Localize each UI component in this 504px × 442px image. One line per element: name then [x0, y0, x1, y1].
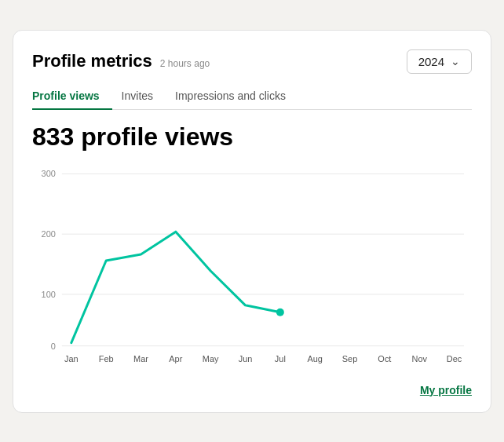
chart-line	[71, 232, 280, 342]
chart-end-dot	[276, 308, 284, 316]
year-label: 2024	[418, 55, 444, 68]
tabs-bar: Profile views Invites Impressions and cl…	[32, 83, 472, 110]
svg-text:Apr: Apr	[169, 353, 182, 363]
svg-text:100: 100	[42, 289, 56, 298]
line-chart: 300 200 100 0 Jan Feb Mar Apr May Jun Ju…	[32, 158, 472, 378]
metric-value: 833 profile views	[32, 122, 472, 152]
svg-text:Mar: Mar	[133, 353, 148, 363]
svg-text:Jan: Jan	[64, 353, 79, 363]
svg-text:Jul: Jul	[275, 353, 286, 363]
header-left: Profile metrics 2 hours ago	[32, 51, 210, 71]
my-profile-link[interactable]: My profile	[420, 384, 472, 396]
page-title: Profile metrics	[32, 51, 152, 71]
tab-profile-views[interactable]: Profile views	[32, 83, 112, 110]
svg-text:Nov: Nov	[411, 353, 427, 363]
svg-text:Dec: Dec	[447, 353, 462, 363]
svg-text:Feb: Feb	[99, 353, 114, 363]
svg-text:May: May	[203, 353, 219, 363]
svg-text:Sep: Sep	[342, 353, 357, 363]
year-select[interactable]: 2024 ⌄	[407, 49, 472, 74]
tab-impressions-clicks[interactable]: Impressions and clicks	[175, 83, 298, 110]
timestamp: 2 hours ago	[160, 58, 210, 69]
svg-text:300: 300	[42, 169, 56, 178]
tab-invites[interactable]: Invites	[122, 83, 166, 110]
svg-text:0: 0	[51, 341, 56, 350]
chart-area: 300 200 100 0 Jan Feb Mar Apr May Jun Ju…	[32, 158, 472, 378]
header-row: Profile metrics 2 hours ago 2024 ⌄	[32, 49, 472, 74]
chevron-down-icon: ⌄	[451, 55, 460, 68]
svg-text:Oct: Oct	[378, 353, 391, 363]
footer-row: My profile	[32, 384, 472, 396]
svg-text:200: 200	[42, 229, 56, 239]
svg-text:Aug: Aug	[307, 353, 323, 363]
svg-text:Jun: Jun	[239, 353, 253, 363]
profile-metrics-card: Profile metrics 2 hours ago 2024 ⌄ Profi…	[13, 30, 491, 413]
